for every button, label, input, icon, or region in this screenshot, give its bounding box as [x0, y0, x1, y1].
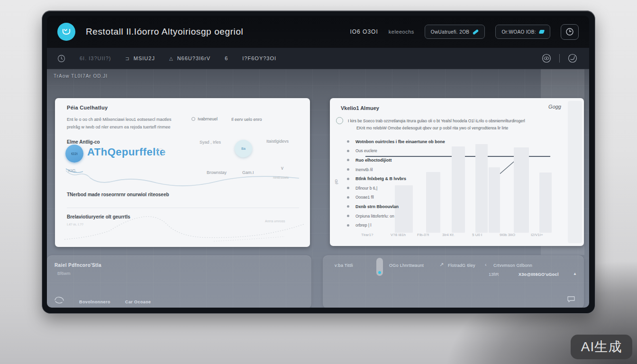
- nav-item-label: MSIU2J: [134, 55, 155, 61]
- status-item-4: Crtvvmson Gtlbonn: [493, 263, 532, 268]
- legend-bullet-icon: [347, 140, 349, 143]
- chevron-down-icon[interactable]: v: [281, 165, 283, 171]
- x-axis-label-1: V?8 I81h: [391, 233, 406, 237]
- chart-bar-4: [489, 167, 500, 233]
- nav-item-2[interactable]: △N66U?3I6rV: [169, 55, 210, 61]
- legend-item-4[interactable]: Btlnk fnlxbetg & B lvvbrs: [347, 174, 445, 183]
- legend-item-6[interactable]: Oooae1 fll: [347, 193, 445, 202]
- app-title: Restotall Il.Ióorro Altyoiriosgp oegriol: [86, 27, 243, 37]
- status-item-1: v:ba Tittli: [335, 263, 353, 268]
- chevron-left-icon: ‹: [485, 262, 487, 267]
- nav-item-4[interactable]: I?F6OY?3OI: [242, 55, 276, 61]
- nav-divider: [559, 54, 560, 63]
- axis-label-2: Gam.I: [242, 170, 254, 175]
- legend-item-1[interactable]: Ous euclere: [347, 146, 445, 156]
- comment-box-icon[interactable]: [567, 296, 575, 303]
- pen-icon: [473, 29, 479, 35]
- radio-option[interactable]: Ivabrneuel: [191, 117, 218, 121]
- right-panel-corner-label: Gogg: [548, 104, 561, 109]
- avatar[interactable]: f22I: [65, 145, 83, 163]
- gauge-text: Ba: [241, 147, 246, 150]
- power-button[interactable]: [561, 24, 579, 40]
- nav-item-label: N66U?3I6rV: [177, 55, 211, 61]
- legend-bullet-icon: [347, 150, 349, 152]
- legend-item-0[interactable]: Wotnbon ouirtrcles i fbe einaertune ob b…: [347, 137, 445, 146]
- smile-logo-icon: [61, 27, 72, 36]
- ghost-circle: [156, 148, 164, 156]
- legend-bullet-icon: [347, 159, 349, 161]
- caret-up-icon[interactable]: ▲: [573, 272, 577, 276]
- gauge-badge[interactable]: Ba: [235, 140, 252, 157]
- status-value-left: 13fIR: [489, 272, 499, 277]
- x-axis-label-0: Tlrar1?: [361, 233, 373, 237]
- hand-cursor-icon: [567, 53, 578, 64]
- radio-label: Ivabrneuel: [198, 117, 218, 121]
- legend-bullet-icon: [347, 168, 349, 171]
- legend-item-2[interactable]: Ruo elhoctodijiott: [347, 155, 445, 165]
- device-frame: Restotall Il.Ióorro Altyoiriosgp oegriol…: [42, 10, 595, 314]
- legend-label: Dfinour b 6,|: [355, 186, 377, 191]
- bottom-left-subtitle: Bf6wm: [57, 271, 71, 276]
- left-panel-description-line2: prelrâg w Iwvb od nler eneurn ea rejoda …: [67, 125, 171, 129]
- left-panel-title: Péia Cuelhatluy: [67, 105, 108, 110]
- option2-label[interactable]: Il eerv uelo enro: [231, 117, 262, 122]
- nav-items: 6I. I3?UII?)⊐MSIU2J△N66U?3I6rV6I?F6OY?3O…: [80, 55, 276, 61]
- breadcrumb: TrAow TL0I7Ar OD.JI: [54, 73, 108, 79]
- sparkline-label: KIG.: [68, 168, 77, 173]
- bottom-left-footer-label[interactable]: Bovolnonnero: [79, 300, 110, 304]
- nav-item-glyph: △: [169, 56, 173, 61]
- toggle-slider[interactable]: [376, 258, 383, 276]
- status-ring-icon: [336, 117, 343, 124]
- status-item-3: FlotradG 6ley: [448, 263, 475, 268]
- app-logo[interactable]: [57, 23, 75, 41]
- legend-label: Ous euclere: [355, 148, 377, 153]
- left-panel-section2-title: TNerbod made roseornrnr onurwiol riteose…: [67, 192, 169, 197]
- nav-item-label: 6: [225, 55, 228, 61]
- legend-item-8[interactable]: Orpiuna littofertrlu: on: [347, 211, 445, 221]
- right-panel-description-line2: EKrit mo relebiW Ornobe éeliesoguit qbev…: [356, 126, 508, 130]
- legend-item-5[interactable]: Dfinour b 6,|: [347, 183, 445, 193]
- left-panel: Péia Cuelhatluy Ent le o oo ch atrê Milx…: [55, 98, 310, 247]
- legend-item-9[interactable]: orbrep | l: [347, 220, 445, 230]
- right-panel-title: Vkelio1 Almuey: [341, 105, 379, 111]
- chart-bar-5: [514, 147, 529, 233]
- gesture-button[interactable]: [566, 52, 579, 64]
- app-window: Restotall Il.Ióorro Altyoiriosgp oegriol…: [47, 16, 589, 308]
- x-axis-label-4: 5 U0 I: [472, 233, 482, 237]
- hand-icon[interactable]: [54, 295, 66, 306]
- bottom-right-panel: v:ba Tittli OGo Lhnrttwaunt ↗ FlotradG 6…: [323, 255, 584, 308]
- legend-item-7[interactable]: Dxnb strn Bboouvlan: [347, 202, 445, 211]
- legend-bullet-icon: [347, 215, 349, 217]
- radio-icon: [191, 117, 195, 121]
- legend-bullet-icon: [347, 205, 349, 208]
- sparkline-chart: [62, 162, 304, 191]
- legend-list: Wotnbon ouirtrcles i fbe einaertune ob b…: [347, 137, 445, 230]
- power-icon: [565, 27, 574, 36]
- secondary-action-button[interactable]: Or:WOAO lOB:: [495, 25, 550, 39]
- bottom-left-footer-label2[interactable]: Car Ocoaoe: [125, 300, 151, 304]
- header-meta-primary: IO6 O3OI: [350, 28, 378, 35]
- legend-item-3[interactable]: Inenvtb /il: [347, 165, 445, 174]
- dotted-trend-chart: [62, 210, 306, 244]
- primary-action-button[interactable]: OwUatruefi. 2OB: [425, 25, 485, 39]
- legend-label: Dxnb strn Bboouvlan: [355, 204, 399, 209]
- nav-item-0[interactable]: 6I. I3?UII?): [80, 55, 111, 61]
- nav-item-1[interactable]: ⊐MSIU2J: [125, 55, 155, 61]
- avatar-text: f22I: [71, 152, 77, 156]
- metric-sub-label: Syad , Irles: [200, 140, 221, 145]
- content-area: TrAow TL0I7Ar OD.JI Péia Cuelhatluy Ent …: [47, 69, 589, 308]
- x-axis-label-6: I2/V1I+: [531, 233, 543, 237]
- legend-bullet-icon: [347, 178, 349, 180]
- nav-item-3[interactable]: 6: [225, 55, 228, 61]
- legend-label: Ruo elhoctodijiott: [355, 158, 392, 163]
- nav-item-label: I?F6OY?3OI: [242, 55, 276, 61]
- status-value-right: X3o@IIt6GO'uGocl: [519, 272, 559, 277]
- secondary-action-label: Or:WOAO lOB:: [501, 29, 536, 35]
- header-meta-secondary: keleeochs: [389, 29, 414, 35]
- metric-headline: AThQepurffelte: [87, 146, 165, 158]
- visibility-button[interactable]: [540, 52, 553, 64]
- clock-icon[interactable]: [57, 55, 65, 63]
- legend-label: Oooae1 fll: [355, 195, 374, 200]
- left-panel-description-line1: Ent le o oo ch atrê Milxenciawi leou1 eo…: [67, 117, 172, 122]
- nav-item-label: 6I. I3?UII?): [80, 55, 111, 61]
